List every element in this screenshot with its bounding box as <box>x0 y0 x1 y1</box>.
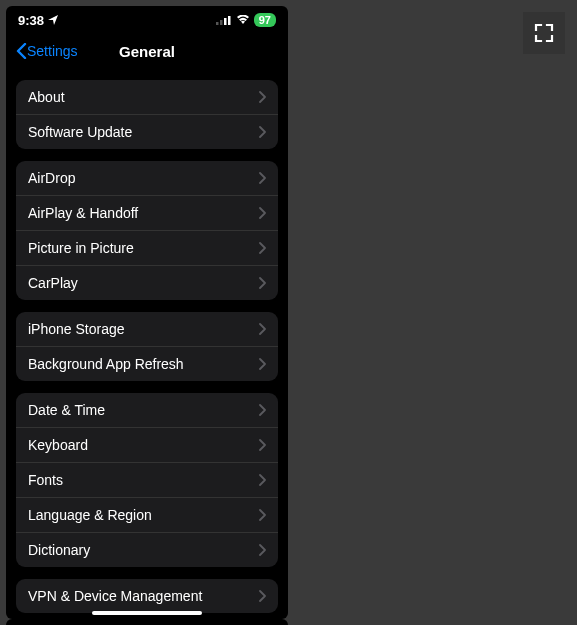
signal-icon <box>216 15 232 25</box>
chevron-right-icon <box>258 172 266 184</box>
settings-row[interactable]: Background App Refresh <box>16 346 278 381</box>
row-label: Fonts <box>28 472 63 488</box>
row-label: CarPlay <box>28 275 78 291</box>
settings-row[interactable]: AirDrop <box>16 161 278 195</box>
settings-group: iPhone StorageBackground App Refresh <box>16 312 278 381</box>
row-label: About <box>28 89 65 105</box>
chevron-right-icon <box>258 126 266 138</box>
nav-bar: Settings General <box>6 34 288 68</box>
status-bar: 9:38 <box>6 619 288 625</box>
chevron-right-icon <box>258 474 266 486</box>
chevron-right-icon <box>258 509 266 521</box>
row-label: Date & Time <box>28 402 105 418</box>
battery-indicator: 97 <box>254 13 276 27</box>
row-label: VPN & Device Management <box>28 588 202 604</box>
home-indicator[interactable] <box>92 611 202 615</box>
row-label: Dictionary <box>28 542 90 558</box>
settings-list: AboutSoftware UpdateAirDropAirPlay & Han… <box>6 68 288 619</box>
settings-row[interactable]: Date & Time <box>16 393 278 427</box>
settings-group: AboutSoftware Update <box>16 80 278 149</box>
chevron-right-icon <box>258 404 266 416</box>
settings-row[interactable]: Picture in Picture <box>16 230 278 265</box>
status-time: 9:38 <box>18 13 44 28</box>
settings-row[interactable]: CarPlay <box>16 265 278 300</box>
row-label: Software Update <box>28 124 132 140</box>
settings-row[interactable]: Dictionary <box>16 532 278 567</box>
status-bar: 9:38 97 <box>6 6 288 34</box>
row-label: Background App Refresh <box>28 356 184 372</box>
settings-group: VPN & Device Management <box>16 579 278 613</box>
expand-button[interactable] <box>523 12 565 54</box>
back-button[interactable]: Settings <box>16 43 78 59</box>
settings-row[interactable]: VPN & Device Management <box>16 579 278 613</box>
chevron-right-icon <box>258 277 266 289</box>
chevron-right-icon <box>258 590 266 602</box>
settings-group: AirDropAirPlay & HandoffPicture in Pictu… <box>16 161 278 300</box>
settings-row[interactable]: Fonts <box>16 462 278 497</box>
row-label: iPhone Storage <box>28 321 125 337</box>
row-label: Picture in Picture <box>28 240 134 256</box>
location-icon <box>48 15 58 25</box>
row-label: Keyboard <box>28 437 88 453</box>
phone-right-airdrop: 9:38 General AirDrop Rec <box>6 619 288 625</box>
settings-row[interactable]: About <box>16 80 278 114</box>
settings-group: Date & TimeKeyboardFontsLanguage & Regio… <box>16 393 278 567</box>
settings-row[interactable]: Language & Region <box>16 497 278 532</box>
svg-rect-1 <box>220 20 223 25</box>
chevron-left-icon <box>16 43 27 59</box>
settings-row[interactable]: Software Update <box>16 114 278 149</box>
back-label: Settings <box>27 43 78 59</box>
svg-rect-0 <box>216 22 219 25</box>
chevron-right-icon <box>258 91 266 103</box>
settings-row[interactable]: AirPlay & Handoff <box>16 195 278 230</box>
wifi-icon <box>236 15 250 25</box>
expand-icon <box>534 23 554 43</box>
svg-rect-3 <box>228 16 231 25</box>
svg-rect-2 <box>224 18 227 25</box>
row-label: Language & Region <box>28 507 152 523</box>
settings-row[interactable]: Keyboard <box>16 427 278 462</box>
row-label: AirDrop <box>28 170 75 186</box>
settings-row[interactable]: iPhone Storage <box>16 312 278 346</box>
chevron-right-icon <box>258 242 266 254</box>
phone-left-general: 9:38 97 Settings General <box>6 6 288 619</box>
chevron-right-icon <box>258 439 266 451</box>
row-label: AirPlay & Handoff <box>28 205 138 221</box>
page-title: General <box>119 43 175 60</box>
chevron-right-icon <box>258 323 266 335</box>
chevron-right-icon <box>258 544 266 556</box>
chevron-right-icon <box>258 358 266 370</box>
chevron-right-icon <box>258 207 266 219</box>
